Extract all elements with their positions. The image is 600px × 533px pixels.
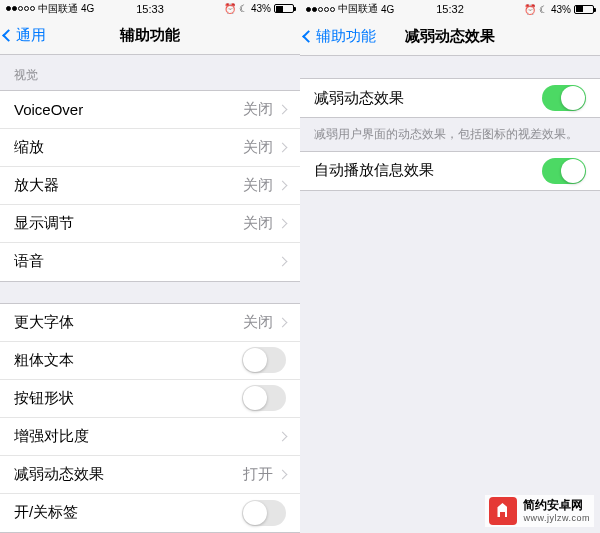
screen-reduce-motion: 中国联通 4G 15:32 ⏰ ☾ 43% 辅助功能 减弱动态效果 减弱动态效果 [300,0,600,533]
back-label: 通用 [16,26,46,45]
watermark-title: 简约安卓网 [523,499,590,513]
row-label: 按钮形状 [14,389,242,408]
row-label: 粗体文本 [14,351,242,370]
toggle-reduce-motion[interactable] [542,85,586,111]
row-label: 语音 [14,252,273,271]
row-label: 减弱动态效果 [14,465,243,484]
row-on-off-labels[interactable]: 开/关标签 [0,494,300,532]
back-button[interactable]: 辅助功能 [300,27,376,46]
alarm-icon: ⏰ [524,4,536,15]
row-bold-text[interactable]: 粗体文本 [0,342,300,380]
screen-accessibility: 中国联通 4G 15:33 ⏰ ☾ 43% 通用 辅助功能 视觉 VoiceOv… [0,0,300,533]
watermark-logo-icon [489,497,517,525]
chevron-right-icon [278,432,288,442]
nav-bar: 辅助功能 减弱动态效果 [300,18,600,56]
signal-dots-icon [306,7,335,12]
toggle-on-off-labels[interactable] [242,500,286,526]
watermark: 简约安卓网 www.jylzw.com [485,495,594,527]
battery-icon [274,4,294,13]
signal-dots-icon [6,6,35,11]
chevron-right-icon [278,318,288,328]
group-text: 更大字体 关闭 粗体文本 按钮形状 增强对比度 减弱动态效果 打开 [0,303,300,533]
row-larger-text[interactable]: 更大字体 关闭 [0,304,300,342]
battery-percent: 43% [251,3,271,14]
chevron-right-icon [278,142,288,152]
network-label: 4G [381,4,394,15]
row-reduce-motion[interactable]: 减弱动态效果 打开 [0,456,300,494]
row-value: 打开 [243,465,273,484]
row-magnifier[interactable]: 放大器 关闭 [0,167,300,205]
chevron-left-icon [302,30,315,43]
row-label: 更大字体 [14,313,243,332]
row-value: 关闭 [243,176,273,195]
row-value: 关闭 [243,313,273,332]
dnd-icon: ☾ [239,3,248,14]
chevron-right-icon [278,257,288,267]
network-label: 4G [81,3,94,14]
row-label: 缩放 [14,138,243,157]
section-header-vision: 视觉 [0,55,300,90]
row-label: 增强对比度 [14,427,273,446]
toggle-button-shapes[interactable] [242,385,286,411]
toggle-bold-text[interactable] [242,347,286,373]
row-speech[interactable]: 语音 [0,243,300,281]
row-button-shapes[interactable]: 按钮形状 [0,380,300,418]
carrier-label: 中国联通 [38,2,78,16]
row-value: 关闭 [243,214,273,233]
back-label: 辅助功能 [316,27,376,46]
chevron-left-icon [2,29,15,42]
battery-icon [574,5,594,14]
row-label: 放大器 [14,176,243,195]
status-bar: 中国联通 4G 15:33 ⏰ ☾ 43% [0,0,300,18]
row-label: 开/关标签 [14,503,242,522]
group-autoplay: 自动播放信息效果 [300,151,600,191]
row-value: 关闭 [243,100,273,119]
group-vision: VoiceOver 关闭 缩放 关闭 放大器 关闭 显示调节 关闭 语音 [0,90,300,282]
carrier-label: 中国联通 [338,2,378,16]
clock-label: 15:33 [136,3,164,15]
battery-percent: 43% [551,4,571,15]
page-title: 辅助功能 [120,26,180,45]
chevron-right-icon [278,104,288,114]
row-reduce-motion-toggle[interactable]: 减弱动态效果 [300,79,600,117]
chevron-right-icon [278,218,288,228]
page-title: 减弱动态效果 [405,27,495,46]
watermark-url: www.jylzw.com [523,513,590,523]
clock-label: 15:32 [436,3,464,15]
row-increase-contrast[interactable]: 增强对比度 [0,418,300,456]
row-value: 关闭 [243,138,273,157]
row-zoom[interactable]: 缩放 关闭 [0,129,300,167]
row-autoplay-effects[interactable]: 自动播放信息效果 [300,152,600,190]
footer-description: 减弱用户界面的动态效果，包括图标的视差效果。 [300,118,600,151]
group-reduce-motion: 减弱动态效果 [300,78,600,118]
row-voiceover[interactable]: VoiceOver 关闭 [0,91,300,129]
row-label: 显示调节 [14,214,243,233]
chevron-right-icon [278,470,288,480]
nav-bar: 通用 辅助功能 [0,18,300,55]
toggle-autoplay-effects[interactable] [542,158,586,184]
row-label: 自动播放信息效果 [314,161,542,180]
status-bar: 中国联通 4G 15:32 ⏰ ☾ 43% [300,0,600,18]
chevron-right-icon [278,180,288,190]
back-button[interactable]: 通用 [0,26,46,45]
alarm-icon: ⏰ [224,3,236,14]
dnd-icon: ☾ [539,4,548,15]
row-label: VoiceOver [14,101,243,118]
row-display-accommodations[interactable]: 显示调节 关闭 [0,205,300,243]
row-label: 减弱动态效果 [314,89,542,108]
